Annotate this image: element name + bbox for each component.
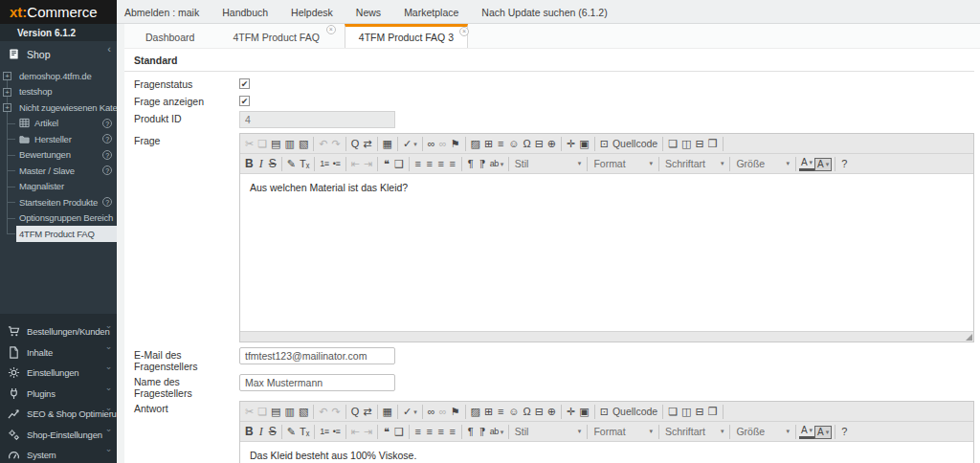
text-color-icon[interactable]: A▾ [799, 425, 814, 439]
justify-icon[interactable]: ≡ [447, 423, 458, 440]
size-select[interactable]: Größe▾ [733, 426, 792, 437]
bidi-rtl-icon[interactable]: ¶ [477, 155, 488, 172]
copy-formatting-icon[interactable]: ✎ [285, 423, 298, 440]
justify-icon[interactable]: ≡ [447, 155, 458, 172]
tree-item-optionsgruppen-bereich[interactable]: Optionsgruppen Bereich [0, 210, 117, 227]
select-all-icon[interactable]: ▦ [381, 135, 394, 152]
new-page-icon[interactable]: ❏ [666, 135, 679, 152]
sidebar-item-inhalte[interactable]: Inhalte⌄ [0, 342, 117, 364]
language-icon[interactable]: ab▾ [488, 423, 505, 440]
show-blocks-icon[interactable]: ▣ [577, 403, 590, 420]
sidebar-item-einstellungen[interactable]: Einstellungen⌄ [0, 363, 117, 384]
strike-icon[interactable]: S [267, 155, 278, 172]
tree-item-hersteller[interactable]: Hersteller? [0, 131, 117, 147]
tab-4tfm-product-faq[interactable]: 4TFM Product FAQ× [219, 28, 332, 48]
tab-close-icon[interactable]: × [459, 27, 469, 36]
maximize-icon[interactable]: ✛ [565, 403, 577, 420]
align-center-icon[interactable]: ≡ [424, 423, 435, 440]
sidebar-item-plugins[interactable]: Plugins⌄ [0, 384, 117, 405]
table-icon[interactable]: ⊞ [482, 135, 495, 152]
paste-word-icon[interactable]: ▧ [297, 403, 310, 420]
about-icon[interactable]: ? [838, 423, 850, 440]
smiley-icon[interactable]: ☺ [506, 403, 521, 420]
bidi-ltr-icon[interactable]: ¶ [465, 155, 477, 172]
paste-icon[interactable]: ▤ [269, 403, 282, 420]
spell-check-icon[interactable]: ✓▾ [401, 135, 419, 152]
tree-item-nicht-zugewiesenen-kategorien[interactable]: +Nicht zugewiesenen Kategorien [0, 99, 117, 116]
new-page-icon[interactable]: ❏ [666, 403, 679, 420]
sidebar-item-system[interactable]: System⌄ [0, 445, 117, 463]
paste-text-icon[interactable]: ▥ [283, 135, 297, 152]
align-right-icon[interactable]: ≡ [435, 155, 447, 172]
expand-icon[interactable]: + [3, 88, 11, 97]
format-select[interactable]: Format▾ [590, 158, 656, 169]
anchor-icon[interactable]: ⚑ [449, 135, 462, 152]
page-break-icon[interactable]: ⊟ [533, 135, 546, 152]
paste-word-icon[interactable]: ▧ [297, 135, 310, 152]
blockquote-icon[interactable]: ❝ [381, 423, 392, 440]
tree-item-bewertungen[interactable]: Bewertungen? [0, 147, 117, 164]
tab-close-icon[interactable]: × [326, 25, 336, 34]
numbered-list-icon[interactable]: 1≡ [318, 155, 330, 172]
remove-format-icon[interactable]: Tₓ [298, 423, 311, 440]
top-menu-item-marketplace[interactable]: Marketplace [404, 7, 458, 18]
image-icon[interactable]: ▨ [469, 135, 482, 152]
help-icon[interactable]: ? [102, 165, 112, 175]
show-blocks-icon[interactable]: ▣ [577, 135, 590, 152]
numbered-list-icon[interactable]: 1≡ [318, 423, 330, 440]
styles-select[interactable]: Stil▾ [512, 426, 585, 437]
paste-icon[interactable]: ▤ [269, 135, 282, 152]
sidebar-item-shop-einstellungen[interactable]: Shop-Einstellungen⌄ [0, 425, 117, 446]
align-left-icon[interactable]: ≡ [412, 155, 424, 172]
align-center-icon[interactable]: ≡ [424, 155, 435, 172]
preview-icon[interactable]: ◫ [679, 403, 693, 420]
maximize-icon[interactable]: ✛ [565, 135, 577, 152]
sidebar-item-bestellungen-kunden[interactable]: Bestellungen/Kunden⌄ [0, 321, 117, 342]
div-container-icon[interactable]: ❑ [392, 423, 406, 440]
tree-item-4tfm-product-faq[interactable]: 4TFM Product FAQ [0, 226, 117, 242]
language-icon[interactable]: ab▾ [488, 155, 505, 172]
italic-icon[interactable]: I [256, 155, 267, 172]
copy-formatting-icon[interactable]: ✎ [285, 155, 298, 172]
align-right-icon[interactable]: ≡ [435, 423, 447, 440]
special-char-icon[interactable]: Ω [521, 135, 532, 152]
paste-text-icon[interactable]: ▥ [283, 403, 297, 420]
fragenstatus-checkbox[interactable]: ✔ [239, 78, 250, 89]
source-icon[interactable]: ⊡Quellcode [598, 135, 660, 152]
font-select[interactable]: Schriftart▾ [662, 158, 727, 169]
tree-item-artikel[interactable]: Artikel? [0, 116, 117, 132]
help-icon[interactable]: ? [102, 197, 112, 207]
help-icon[interactable]: ? [102, 150, 112, 160]
font-select[interactable]: Schriftart▾ [662, 426, 727, 437]
bidi-rtl-icon[interactable]: ¶ [477, 423, 488, 440]
about-icon[interactable]: ? [838, 155, 850, 172]
format-select[interactable]: Format▾ [590, 426, 656, 437]
help-icon[interactable]: ? [102, 134, 112, 143]
print-icon[interactable]: ⊟ [693, 135, 705, 152]
replace-icon[interactable]: ⇄ [361, 135, 373, 152]
iframe-icon[interactable]: ⊕ [546, 403, 558, 420]
div-container-icon[interactable]: ❑ [392, 155, 406, 172]
bidi-ltr-icon[interactable]: ¶ [465, 423, 477, 440]
special-char-icon[interactable]: Ω [521, 403, 532, 420]
remove-format-icon[interactable]: Tₓ [298, 155, 311, 172]
page-break-icon[interactable]: ⊟ [533, 403, 546, 420]
bg-color-icon[interactable]: A▾ [814, 158, 832, 171]
sidebar-item-seo-shop-optimierung[interactable]: SEO & Shop Optimierung⌄ [0, 404, 117, 425]
email-input[interactable] [239, 347, 395, 364]
help-icon[interactable]: ? [102, 119, 112, 128]
strike-icon[interactable]: S [267, 423, 278, 440]
tree-item-demoshop-4tfm-de[interactable]: +demoshop.4tfm.de [0, 68, 117, 84]
tab-4tfm-product-faq-3[interactable]: 4TFM Product FAQ 3× [345, 24, 468, 48]
bg-color-icon[interactable]: A▾ [814, 426, 832, 439]
link-icon[interactable]: ∞ [426, 135, 437, 152]
top-menu-item-nach-update-suchen-6-1-2[interactable]: Nach Update suchen (6.1.2) [481, 7, 607, 18]
bulleted-list-icon[interactable]: •≡ [331, 423, 343, 440]
resize-handle-icon[interactable] [966, 334, 972, 341]
tree-item-startseiten-produkte[interactable]: Startseiten Produkte? [0, 194, 117, 210]
tree-item-testshop[interactable]: +testshop [0, 84, 117, 100]
source-icon[interactable]: ⊡Quellcode [598, 403, 660, 420]
frage-editor-content[interactable]: Aus welchen Material ist das Kleid? [240, 174, 973, 331]
top-menu-item-news[interactable]: News [356, 7, 381, 18]
blockquote-icon[interactable]: ❝ [381, 155, 392, 172]
